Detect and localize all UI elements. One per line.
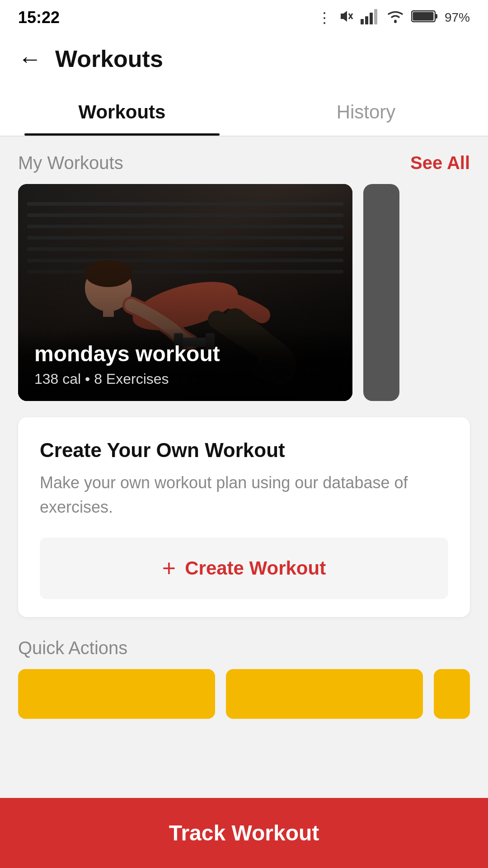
- status-bar: 15:22 ⋮: [0, 0, 488, 32]
- main-content: My Workouts See All: [0, 137, 488, 809]
- mute-icon: [338, 8, 354, 28]
- track-workout-label: Track Workout: [169, 821, 319, 845]
- my-workouts-section-header: My Workouts See All: [0, 137, 488, 184]
- workout-card-monday[interactable]: mondays workout 138 cal • 8 Exercises: [18, 184, 352, 401]
- create-workout-button-label: Create Workout: [185, 557, 326, 579]
- tab-bar: Workouts History: [0, 86, 488, 137]
- quick-action-button-2[interactable]: [226, 669, 423, 719]
- status-time: 15:22: [18, 8, 60, 27]
- signal-icon: [361, 8, 380, 28]
- bottom-spacer: [0, 719, 488, 809]
- workout-card-info: mondays workout 138 cal • 8 Exercises: [18, 328, 352, 401]
- status-icons: ⋮: [317, 8, 470, 28]
- create-workout-plus-icon: +: [162, 557, 176, 580]
- svg-rect-9: [413, 12, 433, 20]
- quick-actions-header: Quick Actions: [0, 633, 488, 669]
- svg-rect-4: [365, 16, 368, 24]
- track-workout-button[interactable]: Track Workout: [0, 798, 488, 868]
- tab-history[interactable]: History: [244, 86, 488, 136]
- tab-workouts[interactable]: Workouts: [0, 86, 244, 136]
- svg-rect-6: [374, 9, 377, 24]
- battery-percentage: 97%: [445, 10, 470, 25]
- svg-rect-5: [370, 13, 373, 24]
- wifi-icon: [386, 8, 405, 28]
- create-workout-description: Make your own workout plan using our dat…: [40, 471, 448, 519]
- workout-card-peek[interactable]: [363, 184, 399, 401]
- create-workout-card: Create Your Own Workout Make your own wo…: [18, 417, 470, 617]
- create-workout-button[interactable]: + Create Workout: [40, 538, 448, 599]
- back-button[interactable]: ←: [18, 47, 42, 71]
- create-workout-title: Create Your Own Workout: [40, 439, 448, 462]
- quick-actions-title: Quick Actions: [18, 638, 127, 658]
- bluetooth-icon: ⋮: [317, 9, 332, 26]
- page-title: Workouts: [55, 45, 163, 72]
- see-all-button[interactable]: See All: [410, 153, 470, 173]
- quick-action-button-1[interactable]: [18, 669, 215, 719]
- page-header: ← Workouts: [0, 32, 488, 86]
- quick-actions-row: [0, 669, 488, 719]
- svg-rect-10: [435, 14, 437, 19]
- battery-icon: [411, 9, 438, 27]
- workout-title: mondays workout: [34, 341, 336, 366]
- quick-action-button-3[interactable]: [434, 669, 470, 719]
- svg-rect-3: [361, 19, 364, 24]
- workout-meta: 138 cal • 8 Exercises: [34, 371, 336, 387]
- workout-cards-row: mondays workout 138 cal • 8 Exercises: [0, 184, 488, 401]
- my-workouts-title: My Workouts: [18, 153, 123, 173]
- svg-point-7: [394, 20, 397, 23]
- svg-marker-0: [341, 11, 347, 22]
